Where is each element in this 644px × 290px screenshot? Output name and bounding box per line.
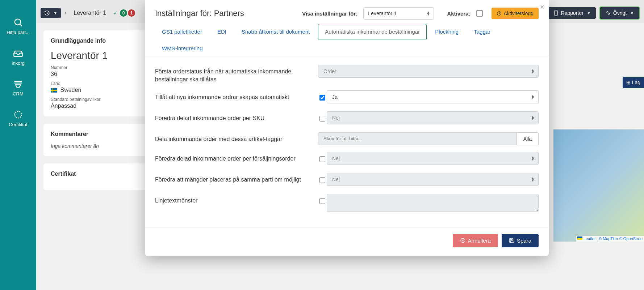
close-button[interactable]: × <box>540 3 544 11</box>
select-arrows-icon: ▲▼ <box>531 156 535 161</box>
show-settings-for-label: Visa inställningar för: <box>302 10 357 17</box>
form-row-prefer-sku: Föredra delad inkommande order per SKU N… <box>155 111 539 126</box>
form-label: Första orderstatus från när automatiska … <box>155 65 311 84</box>
select-value: Nej <box>332 115 340 121</box>
activity-log-button[interactable]: Aktivitetslogg <box>492 8 539 19</box>
form-row-line-pattern: Linjetextmönster <box>155 194 539 212</box>
settings-modal: Inställningar för: Partners Visa inställ… <box>145 0 549 256</box>
prefer-sku-checkbox[interactable] <box>319 116 325 121</box>
override-checkbox-wrap <box>318 90 327 105</box>
tab-wms[interactable]: WMS-integrering <box>155 40 210 56</box>
first-status-select[interactable]: Order ▲▼ <box>318 65 539 78</box>
all-button[interactable]: Alla <box>517 132 539 145</box>
modal-header: Inställningar för: Partners Visa inställ… <box>145 0 549 24</box>
select-arrows-icon: ▲▼ <box>531 177 535 182</box>
allow-auto-select[interactable]: Ja ▲▼ <box>327 90 539 103</box>
form-label: Föredra delad inkommande order per försä… <box>155 152 311 163</box>
save-label: Spara <box>517 238 531 244</box>
select-arrows-icon: ▲▼ <box>426 11 430 16</box>
form-row-prefer-lot: Föredra att mängder placeras på samma pa… <box>155 173 539 187</box>
modal-tabs: GS1 palletiketter EDI Snabb åtkomst till… <box>145 24 549 56</box>
select-value: Nej <box>332 176 340 182</box>
close-circle-icon <box>460 238 466 243</box>
modal-body: Första orderstatus från när automatiska … <box>145 56 549 227</box>
modal-footer: Annullera Spara <box>145 227 549 256</box>
activate-checkbox[interactable] <box>476 10 483 17</box>
form-row-prefer-sales: Föredra delad inkommande order per försä… <box>155 152 539 166</box>
activate-label: Aktivera: <box>447 10 470 17</box>
select-value: Order <box>323 68 336 74</box>
tab-edi[interactable]: EDI <box>210 24 233 39</box>
form-label: Tillåt att nya inkommande ordrar skapas … <box>155 90 311 101</box>
partner-select-value: Leverantör 1 <box>368 10 397 16</box>
select-value: Nej <box>332 155 340 161</box>
activity-log-label: Aktivitetslogg <box>504 10 534 16</box>
cancel-label: Annullera <box>468 238 491 244</box>
modal-title: Inställningar för: Partners <box>155 9 296 18</box>
select-arrows-icon: ▲▼ <box>531 69 535 73</box>
prefer-sales-checkbox[interactable] <box>319 156 325 162</box>
save-button[interactable]: Spara <box>502 234 539 247</box>
partner-select[interactable]: Leverantör 1 ▲▼ <box>363 7 434 20</box>
form-label: Föredra att mängder placeras på samma pa… <box>155 173 311 184</box>
tab-auto-orders[interactable]: Automatiska inkommande beställningar <box>318 24 427 39</box>
cancel-button[interactable]: Annullera <box>453 234 498 247</box>
tab-tags[interactable]: Taggar <box>467 24 497 39</box>
save-icon <box>509 238 515 243</box>
allow-auto-checkbox[interactable] <box>319 95 325 101</box>
modal-overlay: Inställningar för: Partners Visa inställ… <box>0 0 644 290</box>
tab-picking[interactable]: Plockning <box>428 24 465 39</box>
select-arrows-icon: ▲▼ <box>531 95 535 99</box>
form-label: Linjetextmönster <box>155 194 311 205</box>
history-icon <box>497 11 502 16</box>
select-arrows-icon: ▲▼ <box>531 116 535 120</box>
tab-gs1[interactable]: GS1 palletiketter <box>155 24 209 39</box>
prefer-lot-checkbox[interactable] <box>319 177 325 183</box>
prefer-lot-select[interactable]: Nej ▲▼ <box>327 173 539 186</box>
line-pattern-checkbox[interactable] <box>319 198 325 204</box>
select-value: Ja <box>332 94 338 100</box>
line-pattern-textarea[interactable] <box>327 194 539 212</box>
form-row-allow-auto: Tillåt att nya inkommande ordrar skapas … <box>155 90 539 105</box>
form-row-first-status: Första orderstatus från när automatiska … <box>155 65 539 84</box>
form-label: Dela inkommande order med dessa artikel-… <box>155 132 311 143</box>
prefer-sales-select[interactable]: Nej ▲▼ <box>327 152 539 165</box>
tab-quick-access[interactable]: Snabb åtkomst till dokument <box>235 24 317 39</box>
form-row-share-tags: Dela inkommande order med dessa artikel-… <box>155 132 539 145</box>
prefer-sku-select[interactable]: Nej ▲▼ <box>327 111 539 124</box>
form-label: Föredra delad inkommande order per SKU <box>155 111 311 122</box>
tags-input[interactable] <box>318 132 517 145</box>
